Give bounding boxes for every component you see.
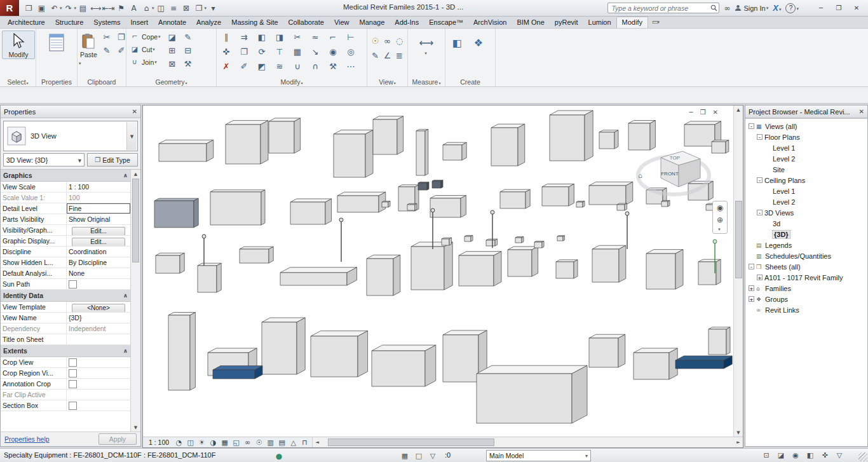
expand-box[interactable]: + <box>757 275 763 280</box>
model-item[interactable] <box>154 198 198 228</box>
scroll-down-icon[interactable]: ▼ <box>736 428 740 437</box>
steering-wheel-icon[interactable]: ◉ <box>714 203 726 213</box>
trim-single-icon[interactable]: ⊤ <box>272 45 287 58</box>
tree-item-level-2[interactable]: Level 2 <box>745 196 867 207</box>
active-workset-icon[interactable]: ▦ <box>399 451 410 461</box>
scroll-right-icon[interactable]: ► <box>734 438 743 447</box>
checkbox[interactable] <box>69 402 77 410</box>
tab-massing-site[interactable]: Massing & Site <box>226 17 283 28</box>
panel-label-modify[interactable]: Modify ▾ <box>217 78 367 86</box>
property-value[interactable]: None <box>67 268 130 278</box>
view-scale-button[interactable]: 1 : 100 <box>145 438 173 446</box>
modify-tool-button[interactable]: Modify <box>2 31 35 59</box>
tab-annotate[interactable]: Annotate <box>153 17 191 28</box>
paint-icon[interactable]: ✎ <box>180 31 196 43</box>
property-value[interactable] <box>67 279 130 289</box>
property-value[interactable]: Independent <box>67 323 130 334</box>
button-none[interactable]: <None> <box>72 304 126 312</box>
drawing-area[interactable]: ─ ❐ ✕ ⌂ TOP FRONT ◉⊕▾ <box>143 105 733 437</box>
model-pole[interactable] <box>202 234 206 266</box>
model-item[interactable] <box>198 263 221 292</box>
vertical-scrollbar[interactable]: ▲ ▼ <box>733 105 743 437</box>
binoculars-icon[interactable]: ∞ <box>724 4 730 13</box>
section-extents[interactable]: Extents∧ <box>1 345 130 357</box>
property-value[interactable] <box>67 379 130 389</box>
tab-systems[interactable]: Systems <box>88 17 125 28</box>
model-item[interactable] <box>542 184 574 206</box>
measure-between-references-icon[interactable]: ⟷ <box>416 34 437 51</box>
checkbox[interactable] <box>69 380 77 388</box>
horizontal-scrollbar[interactable]: ◄ ► <box>312 437 743 447</box>
model-item[interactable] <box>617 203 627 210</box>
help-button[interactable]: ? ▾ <box>785 3 799 13</box>
property-value[interactable]: 100 <box>67 193 130 203</box>
copy-icon[interactable]: ❐ <box>236 45 252 58</box>
tree-item-legends[interactable]: ▤Legends <box>745 240 867 250</box>
model-item[interactable] <box>262 318 305 374</box>
linework-icon[interactable]: ∠ <box>381 49 393 62</box>
unjoin-icon[interactable]: ⊠ <box>165 57 180 70</box>
switch-windows-icon[interactable]: ❐ <box>193 3 205 14</box>
model-item[interactable] <box>709 327 730 355</box>
property-value[interactable]: Coordination <box>67 247 130 257</box>
button-edit[interactable]: Edit... <box>72 227 126 235</box>
model-item[interactable] <box>226 121 268 164</box>
tree-item-3d-views[interactable]: -3D Views <box>745 207 867 218</box>
save-icon[interactable]: ▣ <box>36 3 48 14</box>
search-icon[interactable] <box>710 4 717 11</box>
tree-item-level-2[interactable]: Level 2 <box>745 153 867 164</box>
tree-item-level-1[interactable]: Level 1 <box>745 186 867 196</box>
ribbon-display-toggle[interactable]: ▭ ▾ <box>652 18 660 28</box>
property-value[interactable]: {3D} <box>67 313 130 323</box>
model-pole[interactable] <box>339 218 343 262</box>
tab-collaborate[interactable]: Collaborate <box>283 17 329 28</box>
element-selector-dropdown[interactable]: ▾ <box>76 154 84 166</box>
model-item[interactable] <box>675 356 732 369</box>
model-item[interactable] <box>557 236 564 241</box>
collapse-box[interactable]: - <box>757 177 763 183</box>
tree-item-level-1[interactable]: Level 1 <box>745 142 867 153</box>
drag-on-selection-icon[interactable]: ✜ <box>819 451 831 460</box>
worksharing-display-icon[interactable]: ▥ <box>265 438 276 447</box>
help-dropdown[interactable]: ▾ <box>796 6 799 11</box>
minimize-button[interactable]: ─ <box>812 2 830 14</box>
panel-label-clipboard[interactable]: Clipboard <box>78 78 126 86</box>
cut-button[interactable]: ◪Cut▾ <box>128 43 162 55</box>
project-browser-header[interactable]: Project Browser - Medical Revi... ✕ <box>745 105 867 118</box>
tag-by-category-icon[interactable]: ⚑ <box>115 3 127 14</box>
view-close-icon[interactable]: ✕ <box>713 109 718 116</box>
insulate-icon[interactable]: ≋ <box>272 60 287 72</box>
type-selector-dropdown[interactable]: ▾ <box>126 122 137 150</box>
checkbox[interactable] <box>69 280 77 289</box>
model-item[interactable] <box>290 199 332 224</box>
shadows-icon[interactable]: ◑ <box>208 438 219 447</box>
collapse-box[interactable]: - <box>749 123 754 129</box>
model-item[interactable] <box>430 196 466 217</box>
property-value[interactable] <box>67 368 130 378</box>
tab-modify[interactable]: Modify <box>616 17 648 28</box>
thin-lines-icon[interactable]: ≡ <box>168 3 180 14</box>
cut-profile-icon[interactable]: ◩ <box>254 60 269 72</box>
collapse-chevron-icon[interactable]: ∧ <box>123 172 128 179</box>
model-item[interactable] <box>556 260 578 278</box>
filter-icon[interactable]: ▽ <box>834 451 845 460</box>
model-item[interactable] <box>280 268 357 285</box>
tab-insert[interactable]: Insert <box>126 17 154 28</box>
model-item[interactable] <box>213 366 262 379</box>
measure-icon[interactable]: ⟷ <box>90 3 102 14</box>
tab-bim-one[interactable]: BIM One <box>512 17 549 28</box>
worksharing-status-icon[interactable]: ● <box>273 451 285 461</box>
property-value[interactable]: Show Original <box>67 214 130 224</box>
panel-label-view[interactable]: View ▾ <box>367 78 407 86</box>
collapse-box[interactable]: - <box>757 134 763 140</box>
property-value[interactable] <box>67 390 130 400</box>
tree-item-ceiling-plans[interactable]: -Ceiling Plans <box>745 175 867 186</box>
collapse-chevron-icon[interactable]: ∧ <box>123 292 128 299</box>
section-identity-data[interactable]: Identity Data∧ <box>1 290 130 302</box>
model-item[interactable] <box>576 201 585 207</box>
property-value[interactable] <box>67 357 130 367</box>
scroll-up-icon[interactable]: ▲ <box>134 170 137 178</box>
panel-label-geometry[interactable]: Geometry ▾ <box>126 78 216 86</box>
mirror-pick-axis-icon[interactable]: ◧ <box>254 31 269 43</box>
view-restore-icon[interactable]: ❐ <box>700 109 706 116</box>
